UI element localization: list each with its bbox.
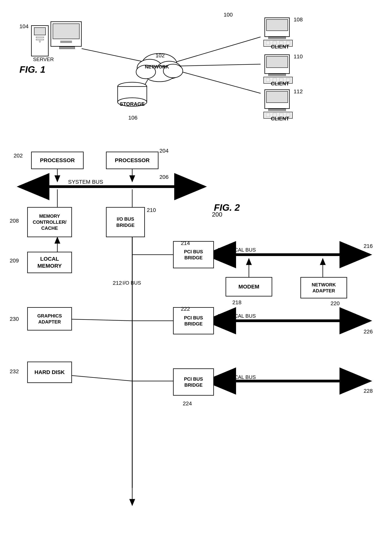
- processor2-label: PROCESSOR: [115, 157, 150, 164]
- svg-line-2: [175, 37, 261, 62]
- network-adapter-box: NETWORK ADAPTER: [300, 277, 347, 298]
- pci-bus-bridge3-box: PCI BUS BRIDGE: [173, 369, 214, 396]
- fig1-label: FIG. 1: [19, 64, 45, 75]
- io-bus-bridge-label: I/O BUS BRIDGE: [108, 216, 143, 228]
- processor1-label: PROCESSOR: [40, 157, 75, 164]
- ref-104: 104: [19, 23, 29, 30]
- pci-bus-bridge3-label: PCI BUS BRIDGE: [175, 376, 212, 388]
- ref-226: 226: [364, 329, 373, 335]
- pci-local-bus1-label: PCI LOCAL BUS: [218, 247, 256, 253]
- ref-102: 102: [156, 53, 165, 59]
- ref-106: 106: [128, 115, 137, 121]
- ref-216: 216: [364, 243, 373, 249]
- memory-controller-label: MEMORY CONTROLLER/ CACHE: [29, 213, 70, 231]
- ref-112: 112: [294, 88, 303, 95]
- ref-209: 209: [10, 258, 19, 264]
- svg-point-7: [157, 61, 182, 79]
- ref-108: 108: [294, 16, 303, 23]
- hard-disk-box: HARD DISK: [27, 362, 72, 383]
- network-adapter-label: NETWORK ADAPTER: [303, 282, 345, 294]
- modem-label: MODEM: [238, 283, 259, 290]
- pci-local-bus3-label: PCI LOCAL BUS: [218, 374, 256, 380]
- client-108-label: CLIENT: [264, 44, 296, 50]
- svg-line-4: [175, 70, 261, 93]
- client-110-label: CLIENT: [264, 81, 296, 87]
- local-memory-box: LOCAL MEMORY: [27, 252, 72, 273]
- system-bus-label: SYSTEM BUS: [68, 179, 103, 185]
- ref-230: 230: [10, 316, 19, 322]
- pci-bus-bridge2-label: PCI BUS BRIDGE: [175, 315, 212, 327]
- storage-label: STORAGE: [117, 101, 148, 107]
- ref-214: 214: [181, 240, 190, 246]
- ref-210: 210: [147, 207, 156, 213]
- ref-100: 100: [224, 12, 233, 18]
- server-label: SERVER: [33, 56, 54, 62]
- ref-202: 202: [14, 153, 23, 159]
- ref-110: 110: [294, 54, 303, 60]
- pci-bus-bridge2-box: PCI BUS BRIDGE: [173, 307, 214, 334]
- ref-222: 222: [181, 306, 190, 312]
- io-bus-bridge-box: I/O BUS BRIDGE: [106, 207, 145, 237]
- svg-line-0: [82, 49, 146, 62]
- pci-bus-bridge1-box: PCI BUS BRIDGE: [173, 241, 214, 268]
- graphics-adapter-label: GRAPHICS ADAPTER: [29, 313, 70, 325]
- fig2-diagram: FIG. 2 200 PROCESSOR 202 PROCESSOR 204 S…: [0, 142, 392, 531]
- memory-controller-box: MEMORY CONTROLLER/ CACHE: [27, 207, 72, 237]
- graphics-adapter-box: GRAPHICS ADAPTER: [27, 307, 72, 331]
- page: 100 SERVER 104 NETWORK 102: [0, 0, 392, 542]
- ref-228: 228: [364, 388, 373, 394]
- ref-206: 206: [159, 174, 169, 180]
- pci-local-bus2-label: PCI LOCAL BUS: [218, 313, 256, 319]
- ref-224: 224: [183, 401, 192, 407]
- modem-box: MODEM: [226, 277, 272, 297]
- ref-200: 200: [212, 211, 222, 218]
- ref-218: 218: [232, 299, 241, 306]
- ref-212: 212: [113, 280, 122, 286]
- local-memory-label: LOCAL MEMORY: [29, 255, 70, 270]
- ref-220: 220: [331, 300, 340, 307]
- ref-204: 204: [159, 148, 169, 154]
- pci-bus-bridge1-label: PCI BUS BRIDGE: [175, 249, 212, 261]
- fig1-diagram: 100 SERVER 104 NETWORK 102: [0, 6, 392, 142]
- client-112-label: CLIENT: [264, 116, 296, 122]
- network-label: NETWORK: [145, 64, 169, 70]
- ref-208: 208: [10, 218, 19, 224]
- ref-232: 232: [10, 369, 19, 375]
- hard-disk-label: HARD DISK: [34, 369, 65, 376]
- svg-line-3: [175, 64, 261, 66]
- processor1-box: PROCESSOR: [31, 152, 84, 169]
- io-bus-label: I/O BUS: [122, 280, 141, 286]
- processor2-box: PROCESSOR: [106, 152, 158, 169]
